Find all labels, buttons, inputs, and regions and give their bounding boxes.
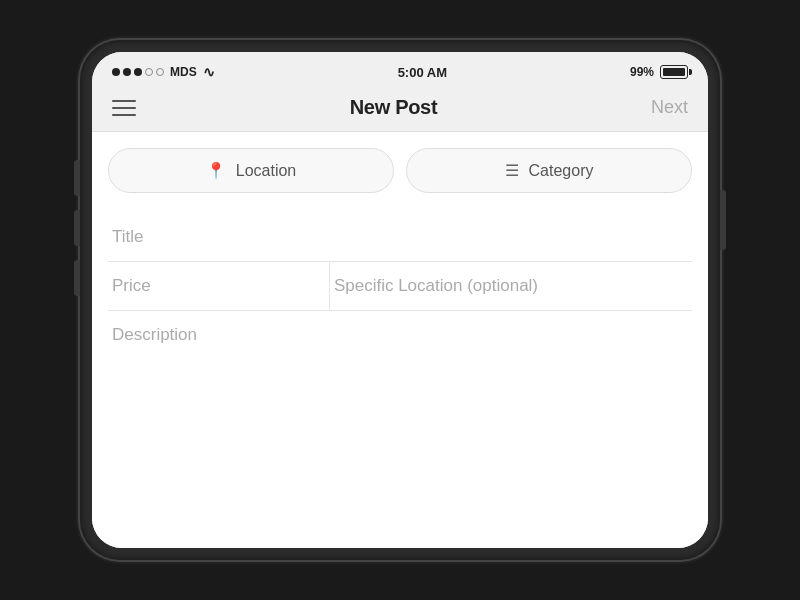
battery-icon (660, 65, 688, 79)
price-field[interactable]: Price (108, 262, 330, 310)
battery-body (660, 65, 688, 79)
price-location-row: Price Specific Location (optional) (108, 262, 692, 311)
next-button[interactable]: Next (651, 97, 688, 118)
page-title: New Post (350, 96, 438, 119)
screen: MDS ∿ 5:00 AM 99% New Post Next (92, 52, 708, 548)
menu-button[interactable] (112, 100, 136, 116)
category-button[interactable]: ☰ Category (406, 148, 692, 193)
hamburger-line-3 (112, 114, 136, 116)
title-placeholder: Title (112, 227, 144, 246)
location-pin-icon: 📍 (206, 161, 226, 180)
category-icon: ☰ (505, 161, 519, 180)
title-field[interactable]: Title (108, 213, 692, 262)
signal-dot-3 (134, 68, 142, 76)
time-display: 5:00 AM (398, 65, 447, 80)
location-button-label: Location (236, 162, 297, 180)
battery-percent: 99% (630, 65, 654, 79)
signal-dots (112, 68, 164, 76)
hamburger-line-2 (112, 107, 136, 109)
carrier-label: MDS (170, 65, 197, 79)
signal-dot-5 (156, 68, 164, 76)
signal-dot-2 (123, 68, 131, 76)
filter-row: 📍 Location ☰ Category (108, 148, 692, 209)
specific-location-placeholder: Specific Location (optional) (334, 276, 538, 295)
main-content: 📍 Location ☰ Category Title Price Specif… (92, 132, 708, 548)
wifi-icon: ∿ (203, 64, 215, 80)
specific-location-field[interactable]: Specific Location (optional) (330, 262, 692, 310)
category-button-label: Category (529, 162, 594, 180)
signal-dot-1 (112, 68, 120, 76)
phone-frame: MDS ∿ 5:00 AM 99% New Post Next (80, 40, 720, 560)
hamburger-line-1 (112, 100, 136, 102)
signal-dot-4 (145, 68, 153, 76)
status-left: MDS ∿ (112, 64, 215, 80)
price-placeholder: Price (112, 276, 151, 295)
nav-bar: New Post Next (92, 88, 708, 132)
status-bar: MDS ∿ 5:00 AM 99% (92, 52, 708, 88)
description-placeholder: Description (112, 325, 197, 344)
location-button[interactable]: 📍 Location (108, 148, 394, 193)
status-right: 99% (630, 65, 688, 79)
description-field[interactable]: Description (108, 311, 692, 532)
battery-fill (663, 68, 685, 76)
